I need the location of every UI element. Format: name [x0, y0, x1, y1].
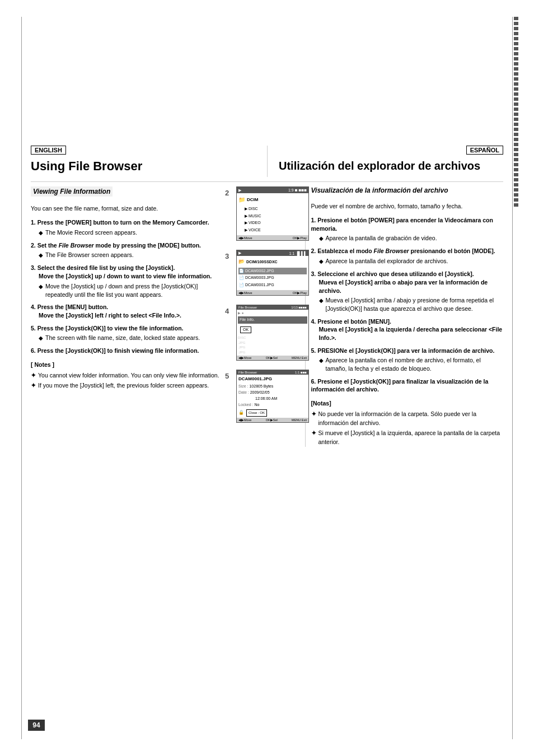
english-section-title: Using File Browser: [31, 159, 256, 174]
spanish-column: Visualización de la información del arch…: [305, 186, 503, 446]
english-intro: You can see the file name, format, size …: [31, 204, 223, 213]
step-en-5: 5. Press the [Joystick(OK)] to view the …: [31, 324, 223, 343]
english-notes: [ Notes ] ✦ You cannot view folder infor…: [31, 361, 223, 390]
stripe-decoration: [514, 17, 518, 739]
spanish-subsection-title: Visualización de la información del arch…: [311, 186, 448, 194]
step-es-2: 2. Establezca el modo File Browser presi…: [311, 247, 503, 265]
spanish-label: ESPAÑOL: [466, 146, 503, 155]
english-subsection-title: Viewing File Information: [31, 186, 113, 197]
screen-5: 5 File Browser1:1 ■■■ DCAM0001.JPG Size …: [225, 370, 309, 423]
spanish-intro: Puede ver el nombre de archivo, formato,…: [311, 202, 503, 211]
step-en-6: 6. Press the [Joystick(OK)] to finish vi…: [31, 347, 223, 355]
screen-4: 4 File Browser1/13 ■■■■ ▶ ● File Info. O…: [225, 305, 309, 361]
step-en-1: 1. Press the [POWER] button to turn on t…: [31, 218, 223, 237]
step-es-1: 1. Presione el botón [POWER] para encend…: [311, 216, 503, 242]
step-en-2: 2. Set the File Browser mode by pressing…: [31, 241, 223, 260]
step-es-5: 5. PRESIONe el [Joystick(OK)] para ver l…: [311, 347, 503, 373]
screen-2: 2 ▶ 1:9 ■■■■ 📁 DCIM ▶ DISC ▶ MUSIC ▶ VID…: [225, 186, 309, 241]
screens-column: 2 ▶ 1:9 ■■■■ 📁 DCIM ▶ DISC ▶ MUSIC ▶ VID…: [229, 186, 305, 446]
page-number: 94: [28, 720, 45, 731]
spanish-steps: 1. Presione el botón [POWER] para encend…: [311, 216, 503, 394]
english-steps: 1. Press the [POWER] button to turn on t…: [31, 218, 223, 355]
spanish-section-title: Utilización del explorador de archivos: [279, 159, 503, 172]
english-label: ENGLISH: [31, 146, 66, 155]
english-column: Viewing File Information You can see the…: [31, 186, 229, 446]
step-en-4: 4. Press the [MENU] button. Move the [Jo…: [31, 303, 223, 319]
spanish-notes: [Notas] ✦ No puede ver la información de…: [311, 399, 503, 447]
step-es-6: 6. Presione el [Joystick(OK)] para final…: [311, 377, 503, 394]
step-es-4: 4. Presione el botón [MENU]. Mueva el [J…: [311, 318, 503, 342]
step-es-3: 3. Seleccione el archivo que desea utili…: [311, 270, 503, 312]
screen-3: 3 ▶ 1:1 ▐▌▌▌ 📂 DCIM/100SSDXC 📄 DCAM00: [225, 250, 309, 296]
step-en-3: 3. Select the desired file list by using…: [31, 264, 223, 298]
